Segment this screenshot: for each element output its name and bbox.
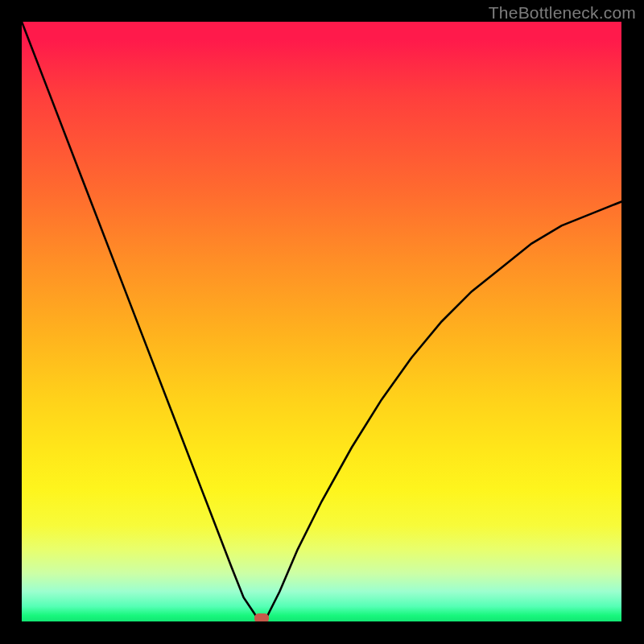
chart-plot-area <box>22 22 621 621</box>
chart-curve <box>22 22 621 621</box>
bottleneck-curve-path <box>22 22 621 621</box>
watermark-text: TheBottleneck.com <box>489 3 636 23</box>
chart-stage: TheBottleneck.com <box>0 0 644 644</box>
chart-marker <box>254 613 269 621</box>
